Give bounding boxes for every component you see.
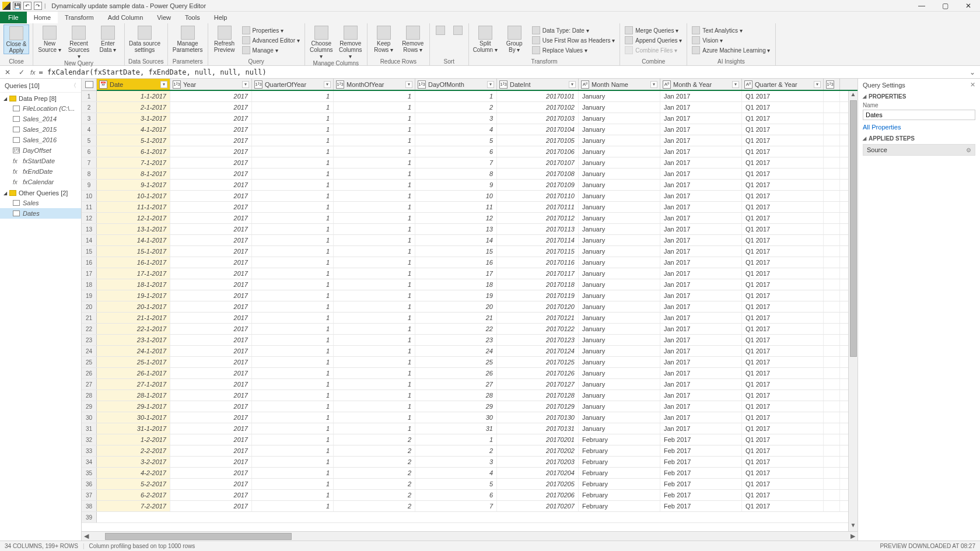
cell[interactable]: 28 (415, 390, 497, 401)
query-group[interactable]: ◢Other Queries [2] (0, 187, 81, 198)
cell[interactable]: 31 (415, 423, 497, 434)
column-header-month-year[interactable]: AᴮMonth & Year▾ (660, 79, 742, 90)
table-row[interactable]: 1919-1-20172017111920170119JanuaryJan 20… (82, 290, 858, 301)
table-row[interactable]: 387-2-2017201712720170207FebruaryFeb 201… (82, 501, 858, 512)
query-name-input[interactable] (863, 110, 975, 120)
cell[interactable]: 31-1-2017 (97, 423, 170, 434)
maximize-button[interactable]: ▢ (933, 0, 957, 12)
row-number[interactable]: 3 (82, 113, 97, 124)
cell[interactable]: 2017 (170, 490, 252, 500)
table-row[interactable]: 2020-1-20172017112020170120JanuaryJan 20… (82, 301, 858, 313)
row-number[interactable]: 19 (82, 290, 97, 301)
cell[interactable]: 1 (252, 434, 334, 445)
cell[interactable]: 2017 (170, 213, 252, 223)
row-number[interactable]: 24 (82, 346, 97, 356)
cell[interactable]: 1 (334, 224, 415, 234)
cell[interactable]: 20170125 (497, 357, 579, 367)
cell[interactable]: 2017 (170, 157, 252, 168)
cell[interactable]: 4-1-2017 (97, 124, 170, 135)
filter-dropdown-icon[interactable]: ▾ (324, 81, 331, 88)
cell[interactable]: 3-2-2017 (97, 457, 170, 467)
use-first-row-as-headers-item[interactable]: Use First Row as Headers ▾ (531, 36, 616, 45)
formula-commit-button[interactable]: ✓ (16, 67, 27, 78)
cell[interactable]: 2017 (170, 457, 252, 467)
cell[interactable]: 2017 (170, 423, 252, 434)
cell[interactable]: 2 (334, 479, 415, 489)
cell[interactable]: 22-1-2017 (97, 324, 170, 334)
cell[interactable]: 1 (252, 124, 334, 135)
cell[interactable]: 1 (252, 457, 334, 467)
cell[interactable]: Jan 2017 (660, 146, 742, 157)
cell[interactable]: 5-1-2017 (97, 135, 170, 146)
cell[interactable]: 20170111 (497, 202, 579, 212)
keep-rows-button[interactable]: KeepRows ▾ (371, 24, 397, 53)
cell[interactable]: 2 (415, 102, 497, 113)
cell[interactable]: 21 (415, 313, 497, 323)
cell[interactable]: 1 (334, 102, 415, 113)
cell[interactable]: January (579, 301, 660, 312)
cell[interactable]: 1 (334, 180, 415, 190)
query-item-sales[interactable]: Sales (0, 198, 81, 208)
cell[interactable]: January (579, 279, 660, 290)
cell[interactable]: 11 (415, 202, 497, 212)
cell[interactable]: 1 (252, 335, 334, 345)
cell[interactable]: 2017 (170, 279, 252, 290)
cell[interactable]: 2017 (170, 390, 252, 401)
row-number[interactable]: 30 (82, 412, 97, 423)
queries-header[interactable]: Queries [10] 〈 (0, 79, 81, 93)
row-number[interactable]: 34 (82, 457, 97, 467)
row-number[interactable]: 6 (82, 146, 97, 157)
type-icon[interactable]: 1²3 (173, 80, 181, 89)
cell[interactable]: 3 (415, 113, 497, 124)
cell[interactable]: January (579, 102, 660, 113)
filter-dropdown-icon[interactable]: ▾ (732, 81, 739, 88)
table-row[interactable]: 44-1-2017201711420170104JanuaryJan 2017Q… (82, 124, 858, 135)
append-queries-item[interactable]: Append Queries ▾ (624, 36, 683, 45)
cell[interactable]: 28-1-2017 (97, 390, 170, 401)
cell[interactable]: 2017 (170, 91, 252, 101)
query-group[interactable]: ◢Data Prep [8] (0, 93, 81, 103)
table-row[interactable]: 33-1-2017201711320170103JanuaryJan 2017Q… (82, 113, 858, 124)
cell[interactable]: Q1 2017 (742, 313, 824, 323)
manage-parameters-button[interactable]: Manage Parameters (172, 24, 204, 53)
cell[interactable]: 2017 (170, 146, 252, 157)
advanced-editor-item[interactable]: Advanced Editor ▾ (241, 36, 301, 45)
cell[interactable]: Jan 2017 (660, 390, 742, 401)
table-row[interactable]: 1818-1-20172017111820170118JanuaryJan 20… (82, 279, 858, 290)
cell[interactable]: 20170115 (497, 246, 579, 257)
cell[interactable]: Feb 2017 (660, 479, 742, 489)
table-row[interactable]: 2424-1-20172017112420170124JanuaryJan 20… (82, 346, 858, 357)
cell[interactable]: 1 (334, 279, 415, 290)
cell[interactable]: 1 (252, 202, 334, 212)
cell[interactable]: 1 (252, 191, 334, 201)
enter-data-button[interactable]: EnterData ▾ (95, 24, 121, 53)
cell[interactable]: 29 (415, 401, 497, 412)
cell[interactable]: 30-1-2017 (97, 412, 170, 423)
cell[interactable]: 1 (252, 379, 334, 389)
filter-dropdown-icon[interactable]: ▾ (405, 81, 412, 88)
type-icon[interactable]: 1²3 (499, 80, 508, 89)
cell[interactable]: 20170114 (497, 235, 579, 245)
cell[interactable]: 1 (252, 257, 334, 268)
cell[interactable]: 20170203 (497, 457, 579, 467)
cell[interactable]: 15 (415, 246, 497, 257)
cell[interactable]: January (579, 401, 660, 412)
row-number[interactable]: 5 (82, 135, 97, 146)
cell[interactable]: 20170129 (497, 401, 579, 412)
cell[interactable]: 1 (252, 401, 334, 412)
manage-item[interactable]: Manage ▾ (241, 45, 301, 55)
cell[interactable]: Jan 2017 (660, 313, 742, 323)
recent-sources-button[interactable]: RecentSources ▾ (66, 24, 92, 59)
cell[interactable]: 2017 (170, 224, 252, 234)
cell[interactable]: 2017 (170, 257, 252, 268)
query-item-sales-2014[interactable]: Sales_2014 (0, 114, 81, 124)
column-header-quarterofyear[interactable]: 1²3QuarterOfYear▾ (252, 79, 334, 90)
row-number[interactable]: 37 (82, 490, 97, 500)
cell[interactable]: 4 (415, 468, 497, 478)
cell[interactable]: 5 (415, 479, 497, 489)
table-row[interactable]: 2323-1-20172017112320170123JanuaryJan 20… (82, 335, 858, 346)
cell[interactable]: Feb 2017 (660, 501, 742, 511)
cell[interactable]: January (579, 412, 660, 423)
cell[interactable]: 20170123 (497, 335, 579, 345)
filter-dropdown-icon[interactable]: ▾ (487, 81, 494, 88)
